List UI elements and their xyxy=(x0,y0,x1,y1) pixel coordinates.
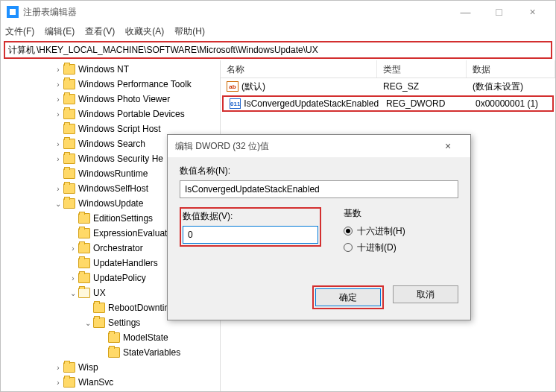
tree-item-label: Windows Portable Devices xyxy=(78,109,185,119)
radio-dec-label: 十进制(D) xyxy=(357,241,397,254)
folder-icon xyxy=(63,64,75,75)
tree-item-label: Windows NT xyxy=(78,64,129,75)
window-title: 注册表编辑器 xyxy=(23,6,449,19)
radio-dec-icon xyxy=(344,243,353,252)
folder-icon xyxy=(93,303,105,313)
cancel-button[interactable]: 取消 xyxy=(393,285,458,303)
folder-icon xyxy=(63,183,75,194)
value-name: (默认) xyxy=(241,80,265,93)
radio-hex[interactable]: 十六进制(H) xyxy=(344,223,458,239)
folder-icon xyxy=(63,362,75,373)
app-icon xyxy=(7,6,19,18)
list-row[interactable]: ab(默认)REG_SZ(数值未设置) xyxy=(221,78,555,95)
menu-view[interactable]: 查看(V) xyxy=(85,25,115,38)
chevron-icon[interactable]: › xyxy=(53,185,63,193)
tree-item-label: Settings xyxy=(108,317,140,328)
base-label: 基数 xyxy=(344,207,458,220)
string-value-icon: ab xyxy=(227,81,238,92)
folder-icon xyxy=(108,347,120,358)
tree-item[interactable]: ›WlanSvc xyxy=(1,375,220,390)
tree-item[interactable]: StateVariables xyxy=(1,345,220,360)
header-name[interactable]: 名称 xyxy=(221,60,377,78)
tree-item-label: Orchestrator xyxy=(93,243,143,253)
tree-item[interactable]: ›Windows Portable Devices xyxy=(1,107,220,121)
tree-item-label: WindowsRuntime xyxy=(78,168,148,179)
value-type: REG_SZ xyxy=(377,81,467,92)
addressbar[interactable]: 计算机 \HKEY_LOCAL_MACHINE\SOFTWARE\Microso… xyxy=(4,41,552,59)
tree-item-label: EditionSettings xyxy=(93,213,153,224)
folder-icon xyxy=(63,198,75,209)
radio-hex-icon xyxy=(344,227,353,235)
chevron-icon[interactable]: › xyxy=(68,244,78,253)
tree-item-label: WindowsUpdate xyxy=(78,198,143,209)
chevron-icon[interactable]: › xyxy=(53,155,63,163)
chevron-icon[interactable]: › xyxy=(53,110,63,118)
folder-icon xyxy=(63,154,75,164)
tree-item-label: RebootDowntin xyxy=(108,303,169,313)
ok-button[interactable]: 确定 xyxy=(315,288,381,306)
tree-item-label: StateVariables xyxy=(123,347,180,358)
folder-icon xyxy=(63,124,75,134)
titlebar: 注册表编辑器 — □ × xyxy=(1,1,555,23)
folder-icon xyxy=(78,258,90,268)
tree-item-label: ExpressionEvaluato xyxy=(93,228,172,238)
binary-value-icon: 011 xyxy=(230,98,241,109)
radio-dec[interactable]: 十进制(D) xyxy=(344,239,458,256)
chevron-icon[interactable]: › xyxy=(53,140,63,148)
addressbar-path: \HKEY_LOCAL_MACHINE\SOFTWARE\Microsoft\W… xyxy=(37,45,318,55)
chevron-icon[interactable]: › xyxy=(68,274,78,282)
folder-icon xyxy=(63,109,75,119)
menu-help[interactable]: 帮助(H) xyxy=(174,25,205,38)
dialog-body: 数值名称(N): IsConvergedUpdateStackEnabled 数… xyxy=(168,157,470,320)
value-data-field[interactable]: 0 xyxy=(183,226,318,244)
folder-icon xyxy=(93,317,105,328)
tree-item-label: Windows Security He xyxy=(78,154,163,164)
window-controls: — □ × xyxy=(449,1,549,23)
tree-item-label: Wisp xyxy=(78,362,98,373)
tree-item[interactable]: ›Windows NT xyxy=(1,62,220,77)
chevron-icon[interactable]: › xyxy=(53,379,63,387)
header-type[interactable]: 类型 xyxy=(377,60,467,78)
edit-dword-dialog: 编辑 DWORD (32 位)值 × 数值名称(N): IsConvergedU… xyxy=(167,134,471,320)
tree-item-label: UpdateHandlers xyxy=(93,258,158,268)
tree-item-label: ModelState xyxy=(123,332,168,343)
value-data: (数值未设置) xyxy=(467,80,555,93)
dialog-titlebar: 编辑 DWORD (32 位)值 × xyxy=(168,135,470,157)
maximize-button[interactable]: □ xyxy=(482,1,516,23)
addressbar-label: 计算机 xyxy=(8,44,35,57)
folder-icon xyxy=(63,79,75,89)
folder-icon xyxy=(78,228,90,238)
chevron-icon[interactable]: › xyxy=(53,95,63,104)
folder-icon xyxy=(78,243,90,253)
folder-icon xyxy=(63,94,75,104)
menu-favorites[interactable]: 收藏夹(A) xyxy=(125,25,164,38)
tree-item[interactable]: ›Wisp xyxy=(1,360,220,375)
tree-item-label: UpdatePolicy xyxy=(93,273,146,283)
folder-icon xyxy=(78,273,90,283)
folder-icon xyxy=(78,288,90,298)
chevron-icon[interactable]: ⌄ xyxy=(83,319,93,327)
value-name-label: 数值名称(N): xyxy=(180,165,458,177)
dialog-close-button[interactable]: × xyxy=(433,140,463,152)
chevron-icon[interactable]: › xyxy=(53,364,63,372)
chevron-icon[interactable]: › xyxy=(53,80,63,89)
tree-item-label: Windows Search xyxy=(78,139,145,149)
chevron-icon[interactable]: › xyxy=(53,66,63,74)
menu-file[interactable]: 文件(F) xyxy=(5,25,34,38)
value-name: IsConvergedUpdateStackEnabled xyxy=(244,98,379,109)
folder-icon xyxy=(78,213,90,224)
chevron-icon[interactable]: ⌄ xyxy=(53,200,63,208)
tree-item-label: UX xyxy=(93,288,106,298)
tree-item[interactable]: ›Windows Photo Viewer xyxy=(1,92,220,107)
minimize-button[interactable]: — xyxy=(449,1,482,23)
close-button[interactable]: × xyxy=(516,1,549,23)
tree-item[interactable]: ›Windows Performance Toolk xyxy=(1,77,220,92)
menu-edit[interactable]: 编辑(E) xyxy=(45,25,75,38)
value-name-field[interactable]: IsConvergedUpdateStackEnabled xyxy=(180,180,458,198)
list-header: 名称 类型 数据 xyxy=(221,60,555,78)
tree-item[interactable]: ModelState xyxy=(1,330,220,345)
list-row[interactable]: 011IsConvergedUpdateStackEnabledREG_DWOR… xyxy=(222,95,554,112)
tree-item-label: Windows Script Host xyxy=(78,124,161,134)
header-data[interactable]: 数据 xyxy=(467,60,555,78)
chevron-icon[interactable]: ⌄ xyxy=(68,289,78,297)
